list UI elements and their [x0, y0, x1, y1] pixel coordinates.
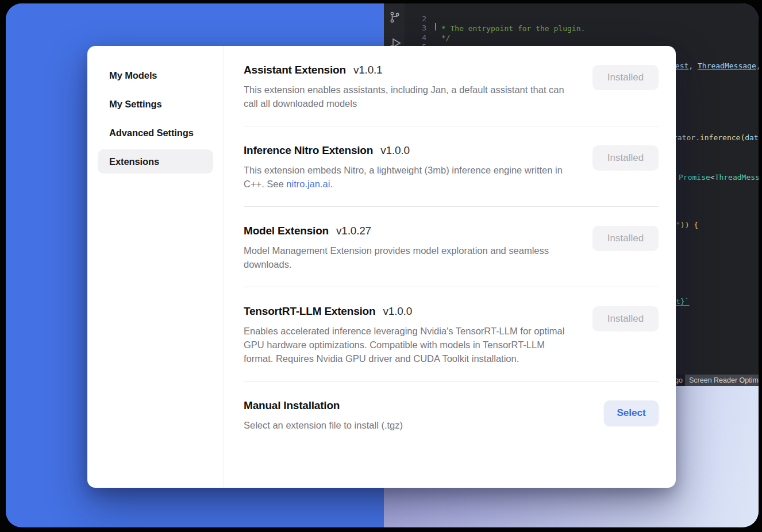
extension-row-nitro: Inference Nitro Extension v1.0.0 This ex… — [244, 126, 659, 207]
code-fragment: ")) { — [676, 221, 698, 230]
code-line: 4 — [384, 23, 759, 33]
extension-version: v1.0.0 — [380, 144, 410, 156]
extension-description: Model Management Extension provides mode… — [244, 244, 574, 271]
app-window: 2 * The entrypoint for the plugin. 3 */ … — [6, 3, 759, 527]
extension-description: This extension enables assistants, inclu… — [244, 83, 574, 110]
extension-version: v1.0.0 — [383, 305, 412, 317]
extensions-list: Assistant Extension v1.0.1 This extensio… — [224, 46, 676, 488]
code-line: 5 // Web / extension runtime — [384, 32, 759, 42]
manual-installation-description: Select an extension file to install (.tg… — [244, 418, 403, 432]
extension-row-model: Model Extension v1.0.27 Model Management… — [244, 207, 659, 287]
code-fragment: rator.inference(data)); — [673, 133, 759, 142]
screen-reader-status: Screen Reader Optimize — [685, 375, 759, 386]
screenshot-stage: 2 * The entrypoint for the plugin. 3 */ … — [0, 0, 762, 532]
extension-row-tensorrt: TensortRT-LLM Extension v1.0.0 Enables a… — [244, 287, 659, 381]
code-fragment: t}` — [676, 297, 689, 306]
extension-name: Inference Nitro Extension — [244, 144, 373, 156]
code-line: 2 * The entrypoint for the plugin. — [384, 4, 759, 14]
settings-sidebar: My Models My Settings Advanced Settings … — [87, 46, 224, 488]
installed-button[interactable]: Installed — [592, 145, 659, 171]
extension-name: Assistant Extension — [244, 64, 346, 76]
sidebar-item-my-settings[interactable]: My Settings — [98, 92, 213, 116]
sidebar-item-advanced-settings[interactable]: Advanced Settings — [98, 121, 213, 145]
code-line: 3 */ — [384, 13, 759, 23]
extension-description: This extension embeds Nitro, a lightweig… — [244, 163, 574, 191]
installed-button[interactable]: Installed — [592, 65, 659, 90]
extension-name: TensortRT-LLM Extension — [244, 305, 375, 317]
code-fragment: Promise<ThreadMessage> — [679, 173, 759, 182]
status-left-text: go — [675, 375, 683, 386]
extension-row-assistant: Assistant Extension v1.0.1 This extensio… — [244, 46, 659, 126]
nitro-link[interactable]: nitro.jan.ai. — [286, 179, 333, 189]
manual-installation-row: Manual Installation Select an extension … — [244, 381, 659, 448]
installed-button[interactable]: Installed — [592, 306, 659, 331]
settings-modal: My Models My Settings Advanced Settings … — [87, 46, 676, 488]
installed-button[interactable]: Installed — [592, 226, 659, 251]
extension-version: v1.0.27 — [336, 225, 371, 237]
sidebar-item-extensions[interactable]: Extensions — [98, 149, 213, 174]
manual-installation-title: Manual Installation — [244, 399, 340, 411]
extension-description: Enables accelerated inference leveraging… — [244, 324, 574, 365]
extension-version: v1.0.1 — [353, 64, 383, 76]
sidebar-item-my-models[interactable]: My Models — [98, 63, 213, 87]
extension-name: Model Extension — [244, 225, 329, 237]
text-cursor — [435, 23, 436, 30]
select-file-button[interactable]: Select — [604, 400, 659, 426]
